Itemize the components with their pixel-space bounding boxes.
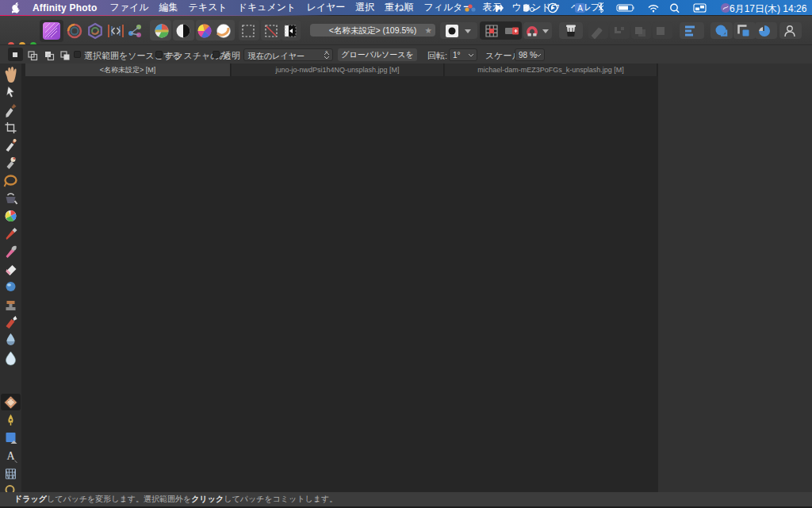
svg-text:A: A <box>6 450 15 462</box>
svg-text:A: A <box>577 4 583 13</box>
